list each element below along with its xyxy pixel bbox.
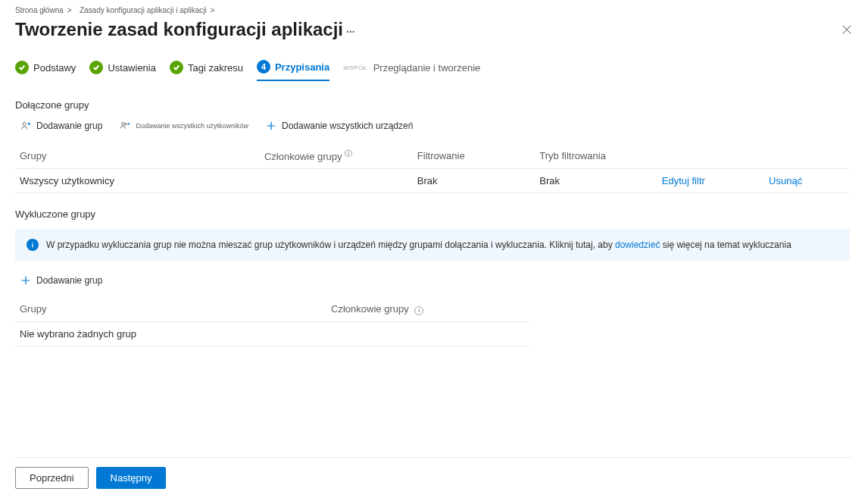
add-all-devices-button[interactable]: Dodawanie wszystkich urządzeń: [265, 120, 413, 132]
svg-rect-4: [32, 244, 33, 247]
table-row: Wszyscy użytkownicy Brak Brak Edytuj fil…: [15, 169, 850, 193]
breadcrumb-parent[interactable]: Zasady konfiguracji aplikacji i aplikacj…: [80, 6, 207, 14]
included-actions: Dodawanie grup Dodawanie wszystkich użyt…: [15, 120, 850, 132]
col-filter: Filtrowanie: [417, 150, 539, 161]
learn-more-link[interactable]: dowiedzieć: [615, 240, 660, 250]
check-icon: [15, 61, 29, 74]
table-row: Nie wybrano żadnych grup: [15, 322, 530, 346]
step-review: WSPÓŁ Przeglądanie i tworzenie: [343, 62, 480, 80]
people-add-icon: [119, 120, 131, 132]
col-filter-mode: Tryb filtrowania: [539, 150, 661, 161]
add-all-users-button[interactable]: Dodawanie wszystkich użytkowników: [119, 120, 248, 132]
wizard-footer: Poprzedni Następny: [15, 457, 853, 498]
add-excluded-groups-button[interactable]: Dodawanie grup: [20, 274, 102, 287]
edit-filter-link[interactable]: Edytuj filtr: [662, 175, 769, 186]
breadcrumb-home[interactable]: Strona główna: [15, 6, 64, 14]
col-groups: Grupy: [20, 150, 264, 161]
included-groups-table: Grupy Członkowie grupyⓘ Filtrowanie Tryb…: [15, 143, 850, 193]
info-icon[interactable]: i: [414, 306, 423, 315]
wizard-steps: Podstawy Ustawienia Tagi zakresu 4 Przyp…: [15, 60, 853, 81]
breadcrumb: Strona główna > Zasady konfiguracji apli…: [15, 6, 853, 14]
close-icon[interactable]: [841, 23, 853, 36]
included-groups-heading: Dołączone grupy: [15, 99, 850, 111]
step-scope-tags[interactable]: Tagi zakresu: [170, 61, 243, 80]
check-icon: [89, 61, 103, 74]
step-number-icon: 4: [257, 60, 270, 74]
person-add-icon: [20, 120, 32, 132]
col-members: Członkowie grupy i: [331, 303, 526, 315]
next-button[interactable]: Następny: [96, 467, 167, 489]
more-icon[interactable]: ···: [346, 26, 355, 38]
excluded-groups-table: Grupy Członkowie grupy i Nie wybrano żad…: [15, 297, 850, 346]
svg-point-0: [23, 122, 26, 125]
plus-icon: [265, 120, 277, 132]
step-settings[interactable]: Ustawienia: [89, 61, 156, 80]
info-icon: [27, 239, 39, 251]
check-icon: [170, 61, 183, 74]
previous-button[interactable]: Poprzedni: [15, 467, 89, 489]
plus-icon: [20, 274, 32, 287]
info-icon[interactable]: ⓘ: [345, 149, 352, 158]
empty-row-text: Nie wybrano żadnych grup: [20, 328, 331, 340]
cell-filter: Brak: [417, 175, 539, 186]
col-members: Członkowie grupyⓘ: [264, 149, 417, 162]
step-assignments[interactable]: 4 Przypisania: [257, 60, 329, 81]
remove-link[interactable]: Usunąć: [769, 175, 845, 186]
step-basics[interactable]: Podstawy: [15, 61, 76, 80]
cell-group: Wszyscy użytkownicy: [20, 175, 264, 186]
svg-point-2: [125, 123, 127, 125]
col-groups: Grupy: [20, 303, 331, 315]
page-title: Tworzenie zasad konfiguracji aplikacji··…: [15, 19, 355, 40]
cell-filter-mode: Brak: [539, 175, 661, 186]
add-groups-button[interactable]: Dodawanie grup: [20, 120, 102, 132]
svg-point-1: [122, 123, 125, 126]
excluded-groups-heading: Wykluczone grupy: [15, 208, 850, 220]
info-banner: W przypadku wykluczania grup nie można m…: [15, 229, 850, 261]
svg-point-3: [32, 243, 33, 244]
